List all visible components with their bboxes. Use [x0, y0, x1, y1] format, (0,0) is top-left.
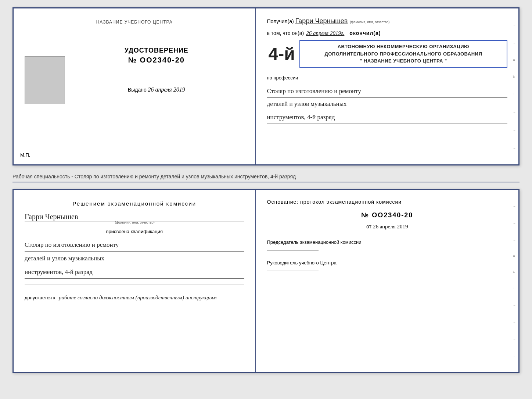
allowed-value: работе согласно должностным (производств… [59, 295, 217, 300]
qual-line1: Столяр по изготовлению и ремонту [25, 239, 244, 252]
issued-label: Выдано [128, 87, 147, 93]
recipient-name: Гарри Чернышев [295, 17, 348, 25]
profession-line3: инструментов, 4-й разряд [267, 112, 507, 124]
photo-placeholder [25, 56, 65, 104]
mp-label: М.П. [20, 152, 30, 158]
issued-line: Выдано 26 апреля 2019 [128, 86, 185, 93]
middle-label: Рабочая специальность - Столяр по изгото… [12, 172, 520, 182]
profession-line2: деталей и узлов музыкальных [267, 99, 507, 111]
head-block: Руководитель учебного Центра [267, 259, 507, 272]
bottom-document: Решением экзаменационной комиссии Гарри … [12, 189, 520, 373]
head-sig-line [267, 271, 319, 271]
assigned-label: присвоена квалификация [25, 229, 244, 234]
org-line1: АВТОНОМНУЮ НЕКОММЕРЧЕСКУЮ ОРГАНИЗАЦИЮ [305, 43, 502, 50]
top-doc-left: НАЗВАНИЕ УЧЕБНОГО ЦЕНТРА УДОСТОВЕРЕНИЕ №… [14, 8, 256, 164]
date-line: в том, что он(а) 26 апреля 2019г. окончи… [267, 30, 507, 36]
chairman-block: Председатель экзаменационной комиссии [267, 239, 507, 252]
year-big: 4-й [269, 45, 295, 63]
org-name-top: НАЗВАНИЕ УЧЕБНОГО ЦЕНТРА [96, 19, 173, 25]
org-line2: ДОПОЛНИТЕЛЬНОГО ПРОФЕССИОНАЛЬНОГО ОБРАЗО… [305, 50, 502, 58]
right-dashes-bottom: ––– и ,а ←–––– [510, 190, 518, 372]
year-org-row: 4-й АВТОНОМНУЮ НЕКОММЕРЧЕСКУЮ ОРГАНИЗАЦИ… [267, 40, 507, 68]
profession-label: по профессии [267, 75, 507, 81]
person-name: Гарри Чернышев [25, 213, 244, 221]
in-that-label: в том, что он(а) [267, 30, 304, 36]
head-label: Руководитель учебного Центра [267, 259, 507, 267]
recipient-line: Получил(а) Гарри Чернышев (фамилия, имя,… [267, 17, 507, 25]
org-line3: " НАЗВАНИЕ УЧЕБНОГО ЦЕНТРА " [305, 57, 502, 65]
top-document: НАЗВАНИЕ УЧЕБНОГО ЦЕНТРА УДОСТОВЕРЕНИЕ №… [12, 7, 520, 165]
dash1: – [391, 18, 394, 24]
protocol-number: № OO2340-20 [267, 211, 507, 219]
profession-line1: Столяр по изготовлению и ремонту [267, 86, 507, 98]
finished-label: окончил(а) [349, 30, 381, 36]
bottom-doc-left: Решением экзаменационной комиссии Гарри … [14, 190, 256, 372]
decision-title: Решением экзаменационной комиссии [25, 200, 244, 207]
issued-date: 26 апреля 2019 [148, 86, 185, 93]
cert-number: № OO2340-20 [128, 56, 185, 64]
basis-label: Основание: протокол экзаменационной коми… [267, 199, 507, 205]
cert-title: УДОСТОВЕРЕНИЕ [125, 47, 188, 54]
allowed-prefix: допускается к [25, 295, 55, 300]
chairman-sig-line [267, 250, 319, 250]
separator-line [25, 285, 244, 285]
protocol-date: от 26 апреля 2019 [267, 224, 507, 230]
received-label: Получил(а) [267, 18, 294, 24]
chairman-label: Председатель экзаменационной комиссии [267, 239, 507, 246]
qualification-block: Столяр по изготовлению и ремонту деталей… [25, 239, 244, 279]
allowed-label: допускается к работе согласно должностны… [25, 295, 244, 301]
profession-block: Столяр по изготовлению и ремонту деталей… [267, 86, 507, 125]
date-completed: 26 апреля 2019г. [306, 30, 344, 36]
name-subtext-bottom: (фамилия, имя, отчество) [25, 221, 244, 224]
top-doc-right: Получил(а) Гарри Чернышев (фамилия, имя,… [256, 8, 518, 164]
name-subtext-top: (фамилия, имя, отчество) [350, 20, 389, 24]
org-block: АВТОНОМНУЮ НЕКОММЕРЧЕСКУЮ ОРГАНИЗАЦИЮ ДО… [299, 40, 507, 68]
person-name-block: Гарри Чернышев (фамилия, имя, отчество) [25, 213, 244, 224]
right-dashes-top: ––и ,а ←––– [510, 8, 518, 164]
protocol-date-value: 26 апреля 2019 [373, 224, 408, 229]
qual-line3: инструментов, 4-й разряд [25, 266, 244, 279]
protocol-date-prefix: от [366, 224, 371, 229]
qual-line2: деталей и узлов музыкальных [25, 252, 244, 265]
bottom-doc-right: Основание: протокол экзаменационной коми… [256, 190, 518, 372]
